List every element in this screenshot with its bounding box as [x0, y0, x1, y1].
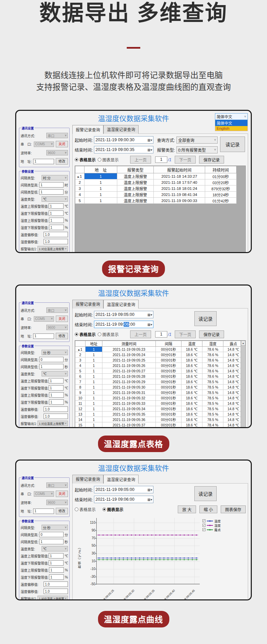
param-select[interactable]: 时:分˅	[42, 175, 68, 180]
param-input[interactable]: 1	[33, 333, 54, 339]
param-select[interactable]: 串口˅	[46, 482, 68, 488]
tab-record-query[interactable]: 温湿度记录查询	[103, 125, 139, 134]
table-row[interactable]: 1412021-11-19 09:05:3600分01秒18.6 ℃78.5 %…	[75, 417, 244, 422]
param-input[interactable]: 1	[49, 567, 64, 573]
param-select[interactable]: ℃˅	[42, 371, 68, 376]
language-option-chinese[interactable]: 简体中文	[215, 120, 248, 126]
tab-record-query[interactable]: 温湿度记录查询	[103, 475, 139, 484]
close-port-button[interactable]: 关闭	[56, 316, 68, 322]
param-select[interactable]: COM5˅	[34, 316, 54, 322]
next-page-button[interactable]: 下一页	[175, 330, 196, 338]
param-input[interactable]: 1	[33, 509, 54, 514]
language-option-english[interactable]: English	[215, 126, 248, 131]
table-row[interactable]: 1012021-11-19 09:05:3200分01秒18.6 ℃78.5 %…	[75, 395, 244, 401]
alarm-type-select[interactable]: 0:所有报警类型 ˅	[176, 146, 218, 153]
zoom-out-button[interactable]: 缩 小	[199, 505, 217, 513]
modify-address-button[interactable]: 修改	[56, 333, 68, 339]
param-input[interactable]: 1	[39, 189, 64, 195]
param-select[interactable]: ℃˅	[42, 546, 68, 551]
end-time-input[interactable]: 2021-11-19 09:06:00 ▦▾	[94, 496, 153, 503]
table-row[interactable]: 1512021-11-19 09:05:3700分01秒18.6 ℃78.4 %…	[75, 422, 244, 428]
param-select[interactable]: COM5˅	[34, 142, 54, 147]
table-row[interactable]: 1112021-11-19 09:05:3300分01秒18.6 ℃78.5 %…	[75, 401, 244, 406]
param-select[interactable]: 0:不对应任何报警˅	[38, 428, 68, 428]
table-view-radio[interactable]	[75, 332, 78, 336]
param-input[interactable]: 1	[49, 210, 64, 216]
param-input[interactable]: 1.0	[44, 581, 68, 587]
param-input[interactable]: 1	[39, 364, 64, 369]
end-time-input[interactable]: 2021-11-19 09:06:00 ▦▾	[94, 321, 153, 328]
table-row[interactable]: 51温度上限报警2021-11-19 09:00:3301分42秒	[75, 198, 237, 204]
start-time-input[interactable]: 2021-11-19 09:00:30 ▦▾	[94, 136, 153, 144]
read-records-button[interactable]: 读记录	[220, 137, 245, 152]
read-records-button[interactable]: 读记录	[194, 311, 217, 326]
param-select[interactable]: ℃˅	[42, 196, 68, 202]
table-row[interactable]: 712021-11-19 09:05:2900分01秒18.6 ℃78.5 %1…	[75, 379, 244, 385]
close-port-button[interactable]: 关闭	[56, 141, 68, 147]
param-input[interactable]: 1.0	[44, 232, 68, 237]
tab-alarm-query[interactable]: 报警记录查询	[72, 125, 103, 134]
checkbox-checked-icon[interactable]: ✓	[202, 519, 205, 522]
param-input[interactable]: 1	[49, 553, 64, 559]
param-select[interactable]: 9600˅	[46, 500, 68, 505]
table-row[interactable]: 41温度上限报警2021-11-19 08:41:3418分24秒	[75, 192, 237, 198]
param-select[interactable]: 串口˅	[46, 133, 68, 138]
chart-view-radio[interactable]	[102, 507, 106, 511]
table-row[interactable]: 912021-11-19 09:05:3100分01秒18.6 ℃78.5 %1…	[75, 390, 244, 395]
zoom-in-button[interactable]: 放 大	[178, 505, 196, 513]
end-time-input[interactable]: 2021-11-19 09:00:35 ▦▾	[94, 146, 153, 153]
param-input[interactable]: 1	[49, 225, 64, 230]
scroll-up-icon[interactable]: ▲	[241, 341, 245, 346]
page-number-input[interactable]: 1	[155, 331, 167, 338]
table-row[interactable]: 112021-11-19 09:05:2300分01秒18.6 ℃78.6 %1…	[75, 347, 244, 352]
table-row[interactable]: 21温度上限报警2021-11-18 17:57:4003分20秒	[75, 179, 237, 185]
start-time-input[interactable]: 2021-11-19 09:05:00 ▦▾	[94, 486, 153, 493]
calendar-icon[interactable]: ▦▾	[147, 148, 152, 152]
param-select[interactable]: 1:对应温度上限报警˅	[38, 596, 68, 600]
param-select[interactable]: 分:秒˅	[42, 525, 68, 530]
next-page-button[interactable]: 下一页	[175, 156, 196, 164]
checkbox-checked-icon[interactable]: ✓	[202, 528, 205, 531]
param-select[interactable]: 1:对应温度上限报警˅	[38, 421, 68, 426]
param-input[interactable]: 1	[39, 539, 64, 544]
table-row[interactable]: 412021-11-19 09:05:2600分01秒18.6 ℃78.6 %1…	[75, 363, 244, 368]
table-row[interactable]: 1212021-11-19 09:05:3400分01秒18.6 ℃78.5 %…	[75, 406, 244, 412]
save-records-button[interactable]: 保存记录	[199, 156, 224, 164]
table-view-radio[interactable]	[75, 158, 78, 162]
param-select[interactable]: 1:对应温度上限报警˅	[38, 246, 68, 251]
param-input[interactable]: 0	[39, 357, 64, 362]
param-input[interactable]: 1.0	[44, 239, 68, 244]
modify-address-button[interactable]: 修改	[56, 158, 68, 165]
table-scrollbar[interactable]: ▲	[241, 341, 245, 428]
tab-alarm-query[interactable]: 报警记录查询	[72, 475, 103, 484]
save-chart-button[interactable]: 图表保存	[221, 505, 246, 513]
save-records-button[interactable]: 保存记录	[199, 330, 224, 338]
param-input[interactable]: 1	[33, 159, 54, 164]
calendar-icon[interactable]: ▦▾	[147, 313, 152, 317]
close-port-button[interactable]: 关闭	[56, 491, 68, 497]
param-select[interactable]: 分:秒˅	[42, 350, 68, 355]
param-input[interactable]: 0	[39, 532, 64, 537]
read-records-button[interactable]: 读记录	[194, 486, 217, 501]
param-select[interactable]: 9600˅	[46, 150, 68, 155]
param-input[interactable]: 1.0	[44, 414, 68, 419]
table-row[interactable]: 312021-11-19 09:05:2500分01秒18.6 ℃78.6 %1…	[75, 357, 244, 363]
prev-page-button[interactable]: 上一页	[130, 156, 151, 164]
param-select[interactable]: 9600˅	[46, 325, 68, 330]
param-input[interactable]: 1	[49, 218, 64, 223]
param-input[interactable]: 1.0	[44, 589, 68, 594]
start-time-input[interactable]: 2021-11-19 09:05:00 ▦▾	[94, 311, 153, 318]
table-row[interactable]: 812021-11-19 09:05:3000分01秒18.6 ℃78.5 %1…	[75, 385, 244, 390]
table-row[interactable]: 212021-11-19 09:05:2400分01秒18.6 ℃78.6 %1…	[75, 352, 244, 357]
chart-view-radio[interactable]	[98, 332, 101, 336]
calendar-icon[interactable]: ▦▾	[147, 488, 152, 492]
table-row[interactable]: 11温度上限报警2021-11-18 14:33:2701分00秒	[75, 173, 237, 179]
calendar-icon[interactable]: ▦▾	[147, 323, 152, 326]
param-input[interactable]: 1	[49, 560, 64, 566]
table-view-radio[interactable]	[75, 507, 78, 511]
chart-view-radio[interactable]	[98, 158, 101, 162]
calendar-icon[interactable]: ▦▾	[147, 138, 152, 142]
param-input[interactable]: 1	[49, 399, 64, 405]
param-input[interactable]: 1	[39, 182, 64, 188]
param-input[interactable]: 1	[49, 392, 64, 398]
